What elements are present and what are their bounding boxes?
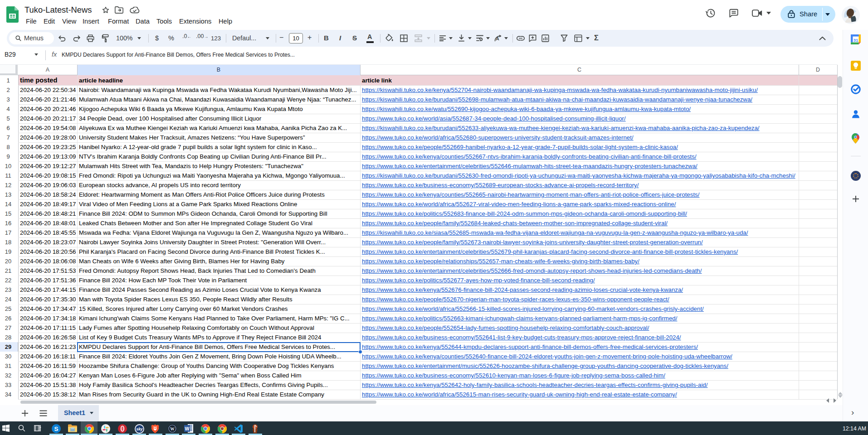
svg-text:S: S	[54, 425, 58, 432]
svg-text:A: A	[496, 36, 499, 41]
svg-text:sky: sky	[136, 427, 143, 431]
svg-text:31: 31	[853, 38, 858, 43]
svg-text:W: W	[185, 426, 190, 431]
svg-text:W: W	[170, 427, 175, 431]
